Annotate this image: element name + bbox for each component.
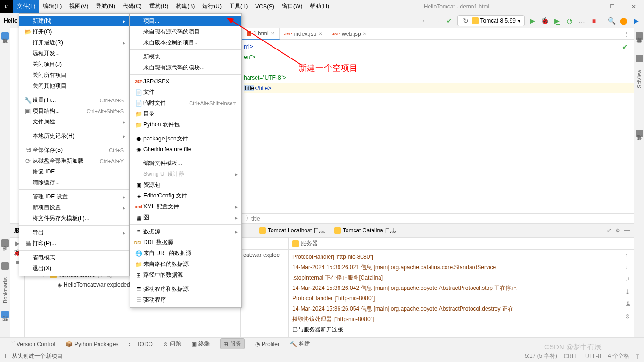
services-tool-label[interactable]: 服: [1, 253, 8, 256]
new-menu-item[interactable]: 🌐来自 URL 的数据源: [130, 248, 241, 259]
close-icon[interactable]: ✕: [271, 31, 274, 36]
run-icon[interactable]: ▶: [528, 16, 537, 25]
file-menu-item[interactable]: 清除缓存...: [19, 177, 129, 188]
menu-构建[interactable]: 构建(B): [172, 0, 198, 13]
sciview-tool-label[interactable]: SciView: [636, 68, 642, 90]
tool-tab-TODO[interactable]: ≔TODO: [129, 341, 152, 347]
menu-代码[interactable]: 代码(C): [119, 0, 146, 13]
project-tool-label[interactable]: 项目: [1, 45, 8, 49]
file-menu-item[interactable]: 修复 IDE: [19, 166, 129, 177]
services-tool-icon[interactable]: [1, 239, 9, 247]
structure-tool-icon[interactable]: [1, 311, 9, 318]
notifications-tool-label[interactable]: 通知: [636, 143, 643, 147]
new-menu-item[interactable]: DDLDDL 数据源: [130, 237, 241, 248]
new-menu-item[interactable]: ⬢package.json文件: [130, 133, 241, 144]
new-menu-item[interactable]: ◈EditorConfig 文件: [130, 190, 241, 201]
file-menu-item[interactable]: ⟳从磁盘全部重新加载Ctrl+Alt+Y: [19, 156, 129, 166]
hide-icon[interactable]: —: [624, 227, 630, 234]
project-name[interactable]: Hello: [4, 17, 17, 24]
status-icon[interactable]: ☐: [5, 353, 10, 360]
minimize-button[interactable]: —: [580, 0, 602, 13]
new-menu-item[interactable]: JSPJSP/JSPX: [130, 76, 241, 87]
tool-tab-终端[interactable]: ▣终端: [191, 340, 210, 348]
file-menu-item[interactable]: 关闭所有项目: [19, 70, 129, 81]
new-menu-item[interactable]: 新模块: [130, 51, 241, 62]
new-menu-item[interactable]: 编辑文件模板...: [130, 158, 241, 169]
menu-帮助[interactable]: 帮助(H): [306, 0, 333, 13]
status-item[interactable]: ᛘ: [636, 353, 639, 360]
tool-tab-构建[interactable]: 🔨构建: [290, 340, 310, 348]
new-menu-item[interactable]: ☰驱动程序和数据源: [130, 284, 241, 295]
close-icon[interactable]: ✕: [318, 31, 322, 36]
forward-icon[interactable]: →: [433, 16, 441, 25]
status-item[interactable]: 5:17 (5 字符): [525, 352, 557, 360]
gear-icon[interactable]: ⚙: [615, 227, 620, 234]
coverage-icon[interactable]: ▶̲: [553, 16, 561, 25]
tool-tab-问题[interactable]: ⊘问题: [163, 340, 181, 348]
sciview-tool-icon[interactable]: [636, 55, 643, 62]
menu-导航[interactable]: 导航(N): [92, 0, 119, 13]
profile-icon[interactable]: ◔: [565, 16, 574, 25]
new-menu-item[interactable]: 📄临时文件Ctrl+Alt+Shift+Insert: [130, 98, 241, 108]
editor-breadcrumb[interactable]: 〉title: [242, 213, 634, 223]
file-menu-item[interactable]: 📂打开(O)...: [19, 26, 129, 37]
new-menu-item[interactable]: 📁来自路径的数据源: [130, 259, 241, 270]
clear-icon[interactable]: ⊘: [625, 313, 631, 320]
search-icon[interactable]: 🔍: [607, 16, 616, 25]
project-tool-icon[interactable]: [1, 32, 9, 40]
new-menu-item[interactable]: ☰驱动程序: [130, 295, 241, 305]
database-tool-icon[interactable]: [636, 32, 643, 40]
inspection-ok-icon[interactable]: ✔: [622, 42, 628, 51]
status-item[interactable]: 4 个空格: [608, 352, 629, 360]
new-menu-item[interactable]: Swing UI 设计器▸: [130, 169, 241, 180]
notifications-tool-icon[interactable]: [636, 130, 643, 137]
new-menu-item[interactable]: ≡数据源▸: [130, 226, 241, 237]
soft-wrap-icon[interactable]: ↲: [625, 276, 631, 283]
menu-编辑[interactable]: 编辑(E): [39, 0, 66, 13]
new-menu-item[interactable]: 📁目录: [130, 108, 241, 119]
menu-重构[interactable]: 重构(R): [146, 0, 173, 13]
debug-icon[interactable]: 🐞: [541, 16, 549, 25]
file-menu-item[interactable]: 将文件另存为模板(L)...: [19, 213, 129, 224]
file-menu-item[interactable]: 🖫全部保存(S)Ctrl+S: [19, 145, 129, 156]
menu-工具[interactable]: 工具(T): [225, 0, 251, 13]
editor-tab[interactable]: JSP index.jsp ✕: [280, 28, 327, 40]
scroll-bottom-icon[interactable]: ↓: [625, 264, 631, 271]
new-menu-item[interactable]: ◉Gherkin feature file: [130, 144, 241, 155]
file-menu-item[interactable]: 新建(N)▸: [19, 16, 129, 26]
database-tool-label[interactable]: 数据库: [636, 45, 643, 49]
file-menu-item[interactable]: 关闭其他项目: [19, 81, 129, 91]
file-menu-item[interactable]: 本地历史记录(H)▸: [19, 131, 129, 141]
file-menu-item[interactable]: 打开最近(R)▸: [19, 37, 129, 48]
tool-tab-服务[interactable]: ⊞服务: [220, 338, 245, 349]
close-button[interactable]: ✕: [623, 0, 644, 13]
new-menu-item[interactable]: 来自现有源代码的模块...: [130, 62, 241, 73]
new-menu-item[interactable]: xmlXML 配置文件▸: [130, 201, 241, 212]
file-menu-item[interactable]: 管理 IDE 设置▸: [19, 191, 129, 202]
menu-运行[interactable]: 运行(U): [198, 0, 225, 13]
status-item[interactable]: UTF-8: [585, 353, 601, 360]
pass-icon[interactable]: ✔: [445, 16, 454, 25]
file-menu-item[interactable]: 关闭项目(J): [19, 59, 129, 70]
close-icon[interactable]: ✕: [363, 31, 367, 36]
structure-tool-label[interactable]: 结构: [1, 324, 8, 328]
file-menu-item[interactable]: ▣项目结构...Ctrl+Alt+Shift+S: [19, 106, 129, 116]
new-menu-item[interactable]: ⊞路径中的数据源: [130, 270, 241, 280]
new-menu-item[interactable]: 📄文件: [130, 87, 241, 98]
tool-tab-Python Packages[interactable]: 📦Python Packages: [66, 341, 118, 347]
new-menu-item[interactable]: 📁Python 软件包: [130, 119, 241, 130]
bookmarks-tool-label[interactable]: Bookmarks: [2, 275, 8, 305]
log-tab-localhost[interactable]: Tomcat Localhost 日志: [256, 225, 329, 237]
tool-tab-Version Control[interactable]: ᛘVersion Control: [11, 341, 55, 347]
menu-VCS[interactable]: VCS(S): [251, 0, 278, 13]
new-menu-item[interactable]: 项目...: [130, 16, 241, 26]
new-menu-item[interactable]: ▣资源包: [130, 180, 241, 190]
editor-tab[interactable]: JSP web.jsp ✕: [327, 28, 372, 40]
back-icon[interactable]: ←: [421, 16, 429, 25]
menu-窗口[interactable]: 窗口(W): [278, 0, 306, 13]
stop-icon[interactable]: ■: [590, 16, 598, 25]
file-menu-item[interactable]: 🖶打印(P)...: [19, 238, 129, 249]
new-menu-item[interactable]: 来自现有源代码的项目...: [130, 26, 241, 37]
menu-文件[interactable]: 文件(F): [13, 0, 39, 13]
tool-tab-Profiler[interactable]: ◔Profiler: [255, 341, 280, 347]
